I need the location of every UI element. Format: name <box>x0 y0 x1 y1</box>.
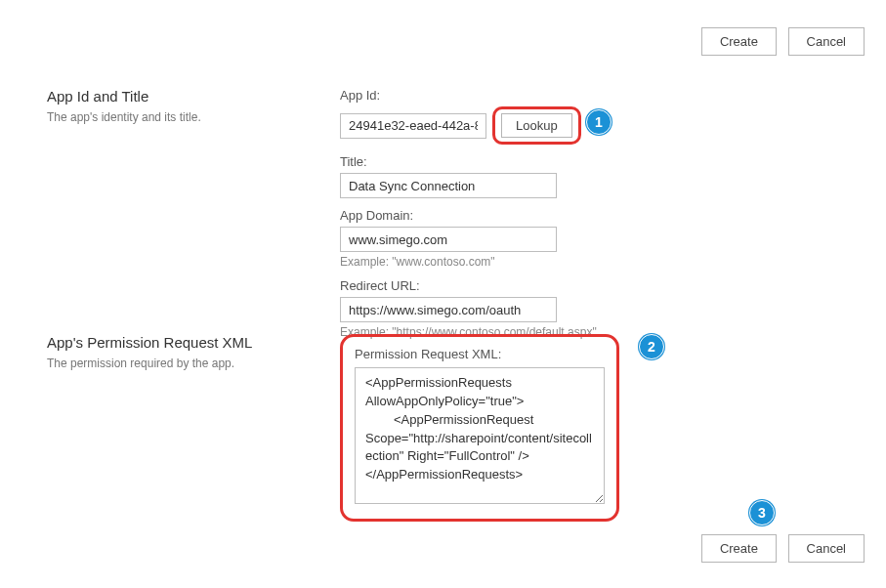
section-appid-title: App Id and Title The app's identity and … <box>0 88 597 339</box>
appid-row: Lookup <box>340 106 597 145</box>
domain-example: Example: "www.contoso.com" <box>340 255 597 269</box>
create-button-top[interactable]: Create <box>701 27 777 56</box>
section1-title: App Id and Title <box>47 88 340 105</box>
redirect-input[interactable] <box>340 297 557 322</box>
section1-heading: App Id and Title The app's identity and … <box>47 88 340 339</box>
redirect-label: Redirect URL: <box>340 278 597 293</box>
annotation-badge-1: 1 <box>586 109 612 135</box>
permission-label: Permission Request XML: <box>355 347 605 361</box>
top-button-row: Create Cancel <box>694 27 865 56</box>
domain-label: App Domain: <box>340 208 597 223</box>
section2-title: App's Permission Request XML <box>47 334 340 351</box>
permission-textarea[interactable] <box>355 367 605 504</box>
permission-highlight: Permission Request XML: <box>340 334 619 522</box>
create-button-bottom[interactable]: Create <box>701 534 777 563</box>
section2-desc: The permission required by the app. <box>47 357 340 370</box>
appid-label: App Id: <box>340 88 597 103</box>
section2-heading: App's Permission Request XML The permiss… <box>47 334 340 522</box>
bottom-button-row: Create Cancel <box>694 534 865 563</box>
lookup-button[interactable]: Lookup <box>501 113 572 138</box>
annotation-badge-3: 3 <box>749 500 775 525</box>
section1-desc: The app's identity and its title. <box>47 110 340 124</box>
title-label: Title: <box>340 154 597 169</box>
annotation-badge-2: 2 <box>639 334 664 359</box>
appid-input[interactable] <box>340 113 486 139</box>
domain-input[interactable] <box>340 227 557 252</box>
section1-body: App Id: Lookup Title: App Domain: Exampl… <box>340 88 597 339</box>
title-input[interactable] <box>340 173 557 198</box>
section-permission-xml: App's Permission Request XML The permiss… <box>0 334 619 522</box>
section2-body: Permission Request XML: <box>340 334 619 522</box>
cancel-button-top[interactable]: Cancel <box>788 27 865 56</box>
cancel-button-bottom[interactable]: Cancel <box>788 534 865 563</box>
lookup-highlight: Lookup <box>492 106 581 145</box>
